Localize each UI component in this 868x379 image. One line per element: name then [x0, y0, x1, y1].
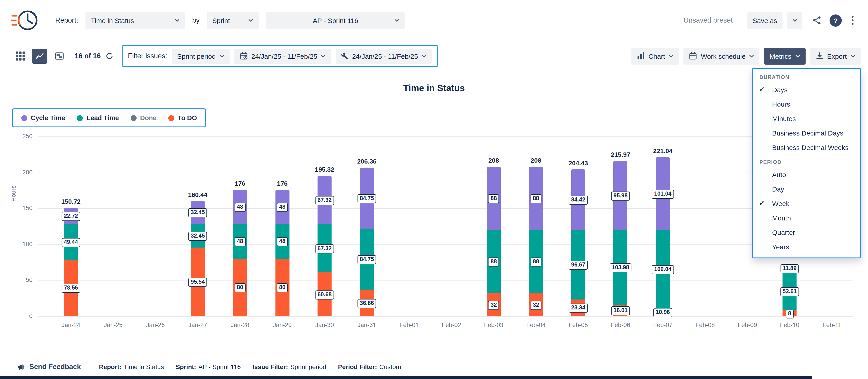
menu-item-label: Business Decimal Weeks: [772, 143, 848, 151]
footer-bar: Send Feedback Report:Time in Status Spri…: [0, 358, 868, 376]
y-tick-label: 50: [6, 277, 33, 283]
top-toolbar: Report: Time in Status by Sprint AP - Sp…: [0, 0, 868, 41]
date-range-dropdown[interactable]: 24/Jan/25 - 11/Feb/25: [234, 48, 331, 64]
bar-total-label: 206.36: [357, 158, 377, 165]
view-toolbar: 16 of 16 Filter issues: Sprint period 24…: [0, 41, 868, 70]
bar-segment-label: 96.67: [569, 261, 588, 270]
share-icon[interactable]: [811, 15, 822, 26]
check-icon: ✓: [759, 196, 765, 210]
bar-total-label: 195.32: [315, 166, 334, 173]
bar-total-label: 176: [277, 180, 288, 187]
megaphone-icon: [17, 363, 25, 371]
chevron-down-icon: [749, 55, 754, 58]
bar-total-label: 176: [235, 180, 245, 187]
sprint-value: AP - Sprint 116: [313, 16, 358, 24]
bar-segment-label: 103.98: [610, 263, 631, 272]
bar-segment-label: 36.86: [358, 299, 376, 308]
menu-item-label: Day: [772, 185, 784, 193]
period-filter-dropdown[interactable]: 24/Jan/25 - 11/Feb/25: [336, 48, 432, 64]
x-tick-label: Feb-07: [643, 322, 683, 329]
legend-item-lead-time[interactable]: Lead Time: [77, 114, 119, 122]
bar-segment-label: 32.45: [188, 208, 207, 217]
menu-item-label: Years: [772, 243, 789, 250]
menu-item-years[interactable]: ✓ Years: [753, 239, 860, 254]
menu-item-label: Quarter: [772, 228, 795, 236]
bar-segment-label: 48: [235, 203, 245, 212]
bar-segment-label: 67.32: [315, 196, 334, 205]
legend-label: Cycle Time: [31, 114, 65, 122]
more-menu-button[interactable]: [849, 14, 856, 27]
menu-item-days[interactable]: ✓ Days: [753, 82, 860, 97]
save-options-button[interactable]: [787, 12, 802, 29]
summary-period-filter: Period Filter:Custom: [338, 363, 401, 371]
export-dropdown[interactable]: Export: [810, 48, 861, 64]
menu-item-hours[interactable]: ✓ Hours: [753, 97, 860, 111]
bar-segment-label: 88: [531, 194, 541, 203]
chevron-down-icon: [248, 19, 253, 22]
grid-view-button[interactable]: [13, 48, 28, 64]
y-gridline: [38, 172, 853, 173]
grid-icon: [16, 51, 25, 61]
group-by-dropdown[interactable]: Sprint: [207, 12, 259, 29]
y-axis-title: Hours: [10, 162, 17, 225]
menu-item-week[interactable]: ✓ Week: [753, 196, 860, 210]
y-gridline: [38, 280, 853, 281]
menu-item-business-decimal-days[interactable]: ✓ Business Decimal Days: [753, 126, 860, 140]
filter-issues-label: Filter issues:: [128, 52, 167, 60]
chart-type-dropdown[interactable]: Chart: [631, 48, 679, 64]
bar-segment-label: 84.75: [358, 255, 376, 264]
bar-segment-label: 32: [531, 301, 541, 310]
metrics-dropdown-menu: DURATION ✓ Days ✓ Hours ✓ Minutes ✓ Busi…: [752, 68, 861, 259]
bar-segment-label: 88: [488, 194, 499, 203]
menu-item-minutes[interactable]: ✓ Minutes: [753, 111, 860, 126]
refresh-button[interactable]: [105, 52, 113, 60]
help-button[interactable]: ?: [830, 14, 842, 27]
bar-segment-label: 48: [235, 237, 245, 246]
bar-segment-label: 80: [277, 283, 288, 292]
x-tick-label: Jan-27: [177, 322, 218, 329]
bar-segment-label: 84.42: [569, 195, 588, 204]
legend-item-cycle-time[interactable]: Cycle Time: [21, 114, 65, 122]
send-feedback-label: Send Feedback: [29, 363, 81, 371]
bar-total-label: 208: [531, 157, 541, 164]
menu-item-business-decimal-weeks[interactable]: ✓ Business Decimal Weeks: [753, 140, 860, 154]
sprint-dropdown[interactable]: AP - Sprint 116: [266, 12, 405, 29]
bar-segment-label: 48: [277, 237, 288, 246]
work-schedule-dropdown[interactable]: Work schedule: [684, 48, 760, 64]
legend-label: To DO: [178, 114, 197, 122]
filter-issues-group: Filter issues: Sprint period 24/Jan/25 -…: [121, 45, 438, 67]
issue-filter-dropdown[interactable]: Sprint period: [172, 48, 229, 64]
bar-chart-icon: [637, 52, 645, 60]
bar-segment-label: 101.04: [652, 190, 674, 199]
download-icon: [815, 52, 824, 60]
report-type-dropdown[interactable]: Time in Status: [86, 12, 185, 29]
legend-label: Done: [140, 114, 157, 122]
timeline-view-button[interactable]: [52, 48, 66, 64]
period-section-header: PERIOD: [753, 154, 860, 167]
app-logo-icon[interactable]: [10, 6, 40, 34]
summary-sprint: Sprint:AP - Sprint 116: [176, 363, 241, 371]
x-tick-label: Jan-31: [346, 322, 387, 329]
menu-item-label: Month: [772, 214, 791, 221]
bar-segment-label: 78.56: [62, 284, 80, 293]
legend-item-to-do[interactable]: To DO: [168, 114, 197, 122]
export-label: Export: [827, 52, 847, 60]
chart-view-button[interactable]: [32, 48, 47, 64]
menu-item-month[interactable]: ✓ Month: [753, 210, 860, 225]
menu-item-auto[interactable]: ✓ Auto: [753, 167, 860, 182]
menu-item-label: Minutes: [772, 114, 796, 122]
bar-segment-label: 16.01: [611, 307, 630, 315]
menu-item-quarter[interactable]: ✓ Quarter: [753, 225, 860, 239]
metrics-dropdown[interactable]: Metrics: [764, 48, 806, 64]
legend-label: Lead Time: [87, 114, 119, 122]
line-chart-icon: [35, 52, 44, 60]
x-tick-label: Feb-06: [600, 322, 641, 329]
x-tick-label: Feb-05: [558, 322, 599, 329]
y-gridline: [38, 208, 853, 209]
send-feedback-link[interactable]: Send Feedback: [17, 363, 81, 371]
menu-item-day[interactable]: ✓ Day: [753, 182, 860, 196]
save-as-button[interactable]: Save as: [747, 12, 782, 29]
chart-type-label: Chart: [648, 52, 665, 60]
bar-total-label: 204.43: [568, 159, 588, 167]
legend-item-done[interactable]: Done: [131, 114, 157, 122]
